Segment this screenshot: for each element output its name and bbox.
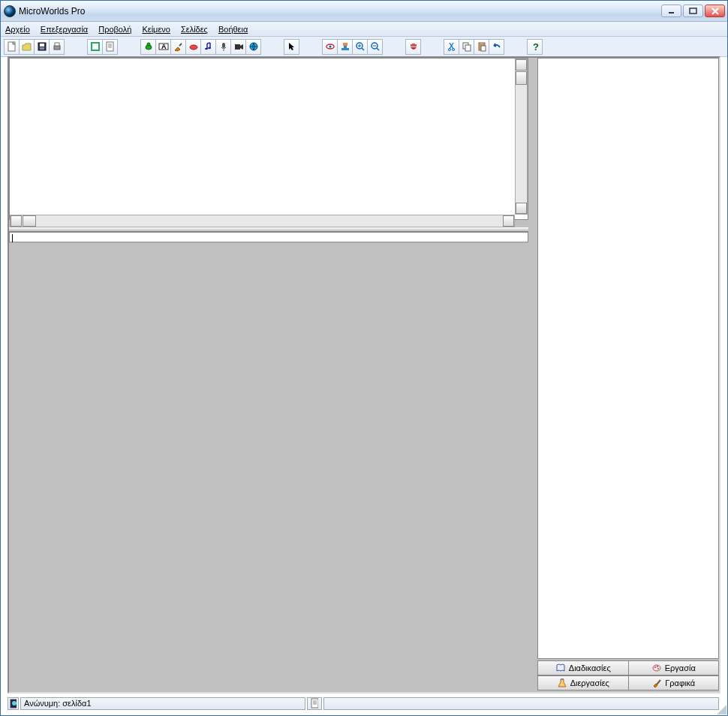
new-button[interactable]	[4, 39, 20, 55]
scroll-down-arrow-icon[interactable]	[516, 203, 527, 214]
minimize-button[interactable]	[661, 5, 681, 17]
zoom-in-button[interactable]	[352, 39, 368, 55]
eye-button[interactable]	[322, 39, 338, 55]
save-button[interactable]	[34, 39, 50, 55]
resize-grip[interactable]	[716, 704, 726, 714]
svg-rect-7	[55, 43, 59, 46]
svg-line-36	[377, 48, 379, 50]
app-icon	[4, 5, 16, 17]
stop-button[interactable]	[405, 39, 421, 55]
tab-procedures-label: Διαδικασίες	[569, 663, 611, 672]
svg-rect-10	[107, 42, 113, 51]
side-panel-content[interactable]	[537, 58, 719, 659]
page-canvas[interactable]	[9, 58, 528, 220]
close-button[interactable]	[705, 5, 725, 17]
menu-file[interactable]: Αρχείο	[5, 25, 30, 34]
melody-button[interactable]	[200, 39, 216, 55]
work-area: Διαδικασίες Εργασία Διεργασίες Γραφικά	[8, 56, 720, 693]
svg-text:A: A	[161, 43, 167, 50]
vertical-scroll-thumb[interactable]	[516, 71, 527, 85]
document-button[interactable]	[102, 39, 118, 55]
tab-procedures[interactable]: Διαδικασίες	[537, 660, 629, 675]
menu-edit[interactable]: Επεξεργασία	[41, 25, 88, 34]
svg-rect-24	[235, 44, 240, 50]
undo-button[interactable]	[489, 39, 504, 55]
menu-text[interactable]: Κείμενο	[142, 25, 170, 34]
flask-icon	[557, 678, 567, 688]
hyperlink-button[interactable]	[245, 39, 261, 55]
status-extra	[323, 697, 719, 710]
svg-point-46	[653, 665, 660, 671]
svg-line-32	[362, 48, 364, 50]
paint-button[interactable]	[170, 39, 186, 55]
page-button[interactable]	[87, 39, 103, 55]
command-center[interactable]	[9, 232, 528, 242]
tab-graphics[interactable]: Γραφικά	[628, 675, 720, 690]
canvas-horizontal-scrollbar[interactable]	[10, 215, 515, 227]
svg-rect-50	[561, 678, 564, 680]
svg-rect-44	[481, 46, 486, 51]
toolbar: A ?	[1, 37, 727, 57]
scroll-left-arrow-icon[interactable]	[11, 215, 22, 227]
scroll-up-arrow-icon[interactable]	[516, 59, 527, 71]
open-button[interactable]	[19, 39, 35, 55]
tab-processes-label: Διεργασίες	[570, 678, 609, 687]
svg-rect-5	[40, 47, 44, 50]
svg-point-21	[208, 47, 211, 50]
book-icon	[555, 663, 566, 673]
svg-rect-22	[222, 43, 225, 48]
status-app-icon	[8, 697, 19, 710]
textbox-button[interactable]: A	[155, 39, 171, 55]
svg-rect-43	[480, 42, 483, 44]
status-text: Ανώνυμη: σελίδα1	[24, 699, 92, 708]
command-output-area	[9, 243, 528, 692]
status-doc-icon[interactable]	[307, 697, 322, 710]
svg-point-48	[657, 666, 658, 667]
zoom-out-button[interactable]	[367, 39, 383, 55]
copy-button[interactable]	[459, 39, 474, 55]
left-panel	[9, 58, 528, 692]
status-bar: Ανώνυμη: σελίδα1	[8, 696, 720, 710]
record-button[interactable]	[215, 39, 231, 55]
svg-point-47	[654, 666, 656, 668]
svg-rect-54	[311, 699, 318, 708]
svg-rect-8	[92, 43, 99, 50]
svg-point-53	[12, 701, 17, 705]
tab-work-label: Εργασία	[665, 663, 696, 672]
right-panel: Διαδικασίες Εργασία Διεργασίες Γραφικά	[537, 58, 719, 692]
horizontal-scroll-thumb[interactable]	[23, 215, 36, 227]
svg-rect-30	[341, 48, 349, 50]
print-button[interactable]	[49, 39, 65, 55]
svg-point-20	[205, 48, 208, 50]
palette-icon	[651, 663, 662, 673]
svg-point-49	[657, 668, 659, 669]
svg-rect-41	[465, 45, 471, 51]
maximize-button[interactable]	[683, 5, 703, 17]
paste-button[interactable]	[474, 39, 489, 55]
tab-row-bottom: Διεργασίες Γραφικά	[537, 675, 719, 690]
video-button[interactable]	[230, 39, 246, 55]
menu-pages[interactable]: Σελίδες	[181, 25, 208, 34]
help-button[interactable]: ?	[527, 39, 543, 55]
status-page-name: Ανώνυμη: σελίδα1	[20, 697, 305, 710]
brush-icon	[651, 678, 662, 688]
scroll-right-arrow-icon[interactable]	[503, 215, 514, 227]
svg-line-51	[657, 680, 660, 684]
text-cursor	[12, 234, 13, 242]
button-button[interactable]	[185, 39, 201, 55]
canvas-vertical-scrollbar[interactable]	[515, 59, 528, 215]
cut-button[interactable]	[444, 39, 459, 55]
tab-graphics-label: Γραφικά	[665, 678, 695, 687]
menu-help[interactable]: Βοήθεια	[218, 25, 248, 34]
stamp-button[interactable]	[337, 39, 353, 55]
menu-view[interactable]: Προβολή	[98, 25, 131, 34]
tab-processes[interactable]: Διεργασίες	[537, 675, 629, 690]
tab-work[interactable]: Εργασία	[628, 660, 720, 675]
menu-bar: Αρχείο Επεξεργασία Προβολή Κείμενο Σελίδ…	[1, 22, 727, 37]
svg-point-38	[448, 49, 450, 51]
svg-point-19	[190, 45, 197, 50]
svg-rect-4	[40, 44, 44, 47]
turtle-button[interactable]	[140, 39, 156, 55]
title-bar: MicroWorlds Pro	[1, 1, 727, 22]
pointer-button[interactable]	[284, 39, 299, 55]
